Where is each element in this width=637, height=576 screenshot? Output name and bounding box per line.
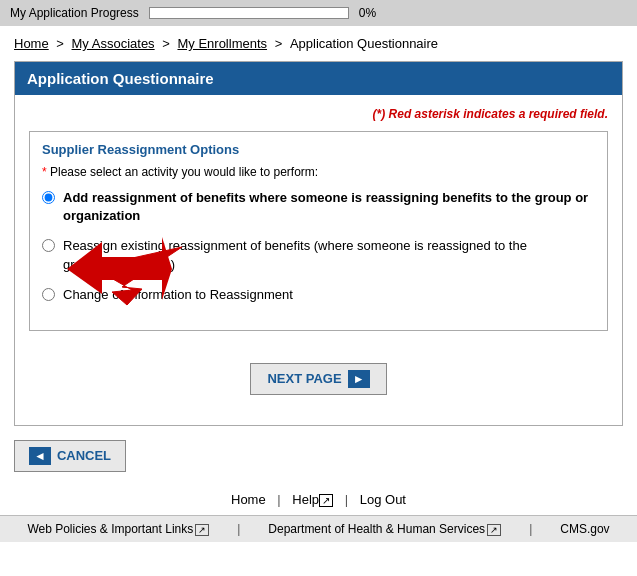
bottom-cms-link[interactable]: CMS.gov — [560, 522, 609, 536]
required-note: (*) Red asterisk indicates a required fi… — [29, 107, 608, 121]
cancel-label: CANCEL — [57, 448, 111, 463]
bottom-web-policies-label: Web Policies & Important Links — [27, 522, 193, 536]
radio-input-2[interactable] — [42, 239, 55, 252]
radio-label-3: Change of Information to Reassignment — [63, 286, 293, 304]
bottom-cms-label: CMS.gov — [560, 522, 609, 536]
footer-help-label: Help — [292, 492, 319, 507]
bottom-hhs-link[interactable]: Department of Health & Human Services↗ — [268, 522, 501, 536]
footer-logout-link[interactable]: Log Out — [360, 492, 406, 507]
card-title: Application Questionnaire — [27, 70, 214, 87]
card-body: (*) Red asterisk indicates a required fi… — [15, 95, 622, 425]
cancel-arrow-icon: ◄ — [29, 447, 51, 465]
radio-input-3[interactable] — [42, 288, 55, 301]
footer-sep2: | — [345, 492, 348, 507]
supplier-instruction: * Please select an activity you would li… — [42, 165, 595, 179]
bottom-sep2: | — [529, 522, 532, 536]
breadcrumb-current: Application Questionnaire — [290, 36, 438, 51]
progress-bar-area: My Application Progress 0% — [0, 0, 637, 26]
breadcrumb-home[interactable]: Home — [14, 36, 49, 51]
hhs-ext-icon: ↗ — [487, 524, 501, 536]
web-policies-ext-icon: ↗ — [195, 524, 209, 536]
breadcrumb-sep1: > — [56, 36, 67, 51]
radio-input-1[interactable] — [42, 191, 55, 204]
breadcrumb-sep2: > — [162, 36, 173, 51]
options-container: Add reassignment of benefits where someo… — [42, 189, 595, 304]
supplier-box: Supplier Reassignment Options * Please s… — [29, 131, 608, 331]
radio-label-1: Add reassignment of benefits where someo… — [63, 189, 595, 225]
cancel-button[interactable]: ◄ CANCEL — [14, 440, 126, 472]
footer-home-link[interactable]: Home — [231, 492, 266, 507]
progress-percent: 0% — [359, 6, 376, 20]
bottom-sep1: | — [237, 522, 240, 536]
main-card: Application Questionnaire (*) Red asteri… — [14, 61, 623, 426]
breadcrumb-associates[interactable]: My Associates — [72, 36, 155, 51]
footer-sep1: | — [277, 492, 280, 507]
supplier-box-title: Supplier Reassignment Options — [42, 142, 595, 157]
card-header: Application Questionnaire — [15, 62, 622, 95]
bottom-footer: Web Policies & Important Links↗ | Depart… — [0, 515, 637, 542]
footer-links: Home | Help↗ | Log Out — [0, 480, 637, 515]
progress-bar-track — [149, 7, 349, 19]
breadcrumb: Home > My Associates > My Enrollments > … — [0, 26, 637, 61]
next-page-button[interactable]: NEXT PAGE ► — [250, 363, 386, 395]
radio-option-3: Change of Information to Reassignment — [42, 286, 595, 304]
footer-help-link[interactable]: Help↗ — [292, 492, 336, 507]
breadcrumb-enrollments[interactable]: My Enrollments — [177, 36, 267, 51]
next-page-row: NEXT PAGE ► — [29, 345, 608, 413]
breadcrumb-sep3: > — [275, 36, 286, 51]
bottom-web-policies-link[interactable]: Web Policies & Important Links↗ — [27, 522, 209, 536]
help-external-icon: ↗ — [319, 494, 333, 507]
bottom-hhs-label: Department of Health & Human Services — [268, 522, 485, 536]
cancel-row: ◄ CANCEL — [0, 440, 637, 472]
instruction-text: Please select an activity you would like… — [47, 165, 318, 179]
radio-option-2: Reassign existing reassignment of benefi… — [42, 237, 595, 273]
radio-label-2: Reassign existing reassignment of benefi… — [63, 237, 595, 273]
radio-option-1: Add reassignment of benefits where someo… — [42, 189, 595, 225]
next-page-label: NEXT PAGE — [267, 371, 341, 386]
progress-label: My Application Progress — [10, 6, 139, 20]
next-page-arrow-icon: ► — [348, 370, 370, 388]
